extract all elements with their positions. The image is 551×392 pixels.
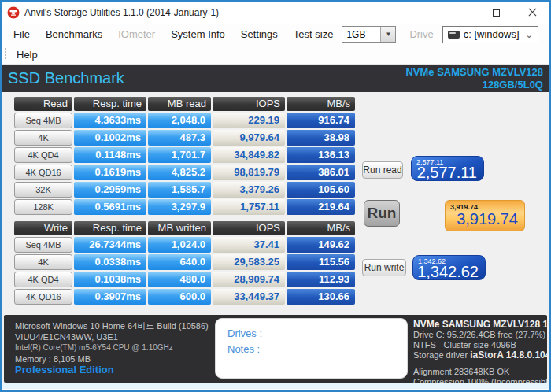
cell-iops: 34,849.82 <box>213 147 285 163</box>
cell-mbs: 386.01 <box>287 165 355 180</box>
close-button[interactable] <box>514 2 549 24</box>
app-icon <box>7 6 20 19</box>
test-size-value: 1GB <box>342 29 380 40</box>
cell-mbs: 38.98 <box>287 130 355 146</box>
window-title: Anvil's Storage Utilities 1.1.0 (2014-Ja… <box>24 7 443 18</box>
toolbar-grip <box>4 47 7 61</box>
test-size-combobox[interactable]: 1GB ▼ <box>342 26 396 43</box>
drive-value: c: [windows] <box>464 28 520 40</box>
page-title: SSD Benchmark <box>8 65 124 92</box>
table-row: 128K0.5691ms3,297.91,757.11219.64 <box>14 199 357 215</box>
drive-combobox[interactable]: c: [windows] ⌄ <box>442 26 538 43</box>
app-window: Anvil's Storage Utilities 1.1.0 (2014-Ja… <box>0 0 551 392</box>
cell-mbs: 136.13 <box>287 147 355 163</box>
cell-resp-time: 0.1002ms <box>74 130 146 146</box>
run-button[interactable]: Run <box>364 200 400 227</box>
storage-driver-version: iaStorA 14.8.0.1042 <box>470 349 547 361</box>
info-panel: Microsoft Windows 10 Home 64비트 Build (10… <box>4 315 547 383</box>
row-label-button[interactable]: Seq 4MB <box>14 113 72 128</box>
table-row: Seq 4MB4.3633ms2,048.0229.19916.74 <box>14 113 357 128</box>
table-row: 4K QD160.3907ms600.033,449.37130.66 <box>14 289 357 305</box>
menu-bar-row2: Help <box>2 45 549 65</box>
os-info: Microsoft Windows 10 Home 64비트 Build (10… <box>15 320 209 331</box>
cell-mb: 480.0 <box>148 272 211 287</box>
minimize-icon <box>457 13 465 13</box>
cell-resp-time: 0.5691ms <box>74 199 146 215</box>
cell-mbs: 916.74 <box>287 113 355 128</box>
read-score-value: 2,577.11 <box>412 164 483 181</box>
column-header: MB read <box>148 97 211 111</box>
run-read-button[interactable]: Run read <box>362 161 403 179</box>
cell-resp-time: 0.0338ms <box>74 254 146 270</box>
cell-iops: 9,979.64 <box>213 130 285 146</box>
cell-iops: 229.19 <box>213 113 285 128</box>
minimize-button[interactable] <box>443 2 479 24</box>
menu-file[interactable]: File <box>6 28 37 40</box>
cell-mb: 640.0 <box>148 254 211 270</box>
maximize-button[interactable] <box>479 2 514 24</box>
cell-mbs: 219.64 <box>287 199 355 215</box>
maximize-icon <box>493 9 500 17</box>
row-label-button[interactable]: 128K <box>14 199 72 215</box>
table-row: 4K0.1002ms487.39,979.6438.98 <box>14 130 357 146</box>
cpu-info: Intel(R) Core(TM) m5-6Y54 CPU @ 1.10GHz <box>15 342 209 353</box>
cell-mb: 3,297.9 <box>148 199 211 215</box>
row-label-button[interactable]: 4K QD16 <box>14 165 72 180</box>
table-row: 4K QD40.1038ms480.028,909.74112.93 <box>14 272 357 287</box>
cell-mb: 1,701.7 <box>148 147 211 163</box>
row-label-button[interactable]: 4K QD4 <box>14 272 72 287</box>
device-name-line2: 128GB/5L0Q <box>405 79 543 91</box>
drive-capacity: Drive C: 95.2/26.4GB free (27.7%) <box>413 330 547 340</box>
test-size-label: Test size <box>287 28 341 40</box>
drive-label: Drive <box>402 28 440 40</box>
cell-iops: 1,757.11 <box>213 199 285 215</box>
device-name-line1: NVMe SAMSUNG MZVLV128 <box>405 66 543 79</box>
cell-mbs: 130.66 <box>287 289 355 305</box>
cell-resp-time: 0.1038ms <box>74 272 146 287</box>
title-bar: Anvil's Storage Utilities 1.1.0 (2014-Ja… <box>2 2 549 24</box>
column-header: MB written <box>148 221 211 235</box>
write-score-value: 1,342.62 <box>413 263 485 280</box>
write-results-table: WriteResp. timeMB writtenIOPSMB/sSeq 4MB… <box>14 221 357 306</box>
cell-resp-time: 26.7344ms <box>74 237 146 253</box>
dropdown-arrow-icon[interactable]: ▼ <box>380 27 395 42</box>
cell-resp-time: 0.1619ms <box>74 165 146 180</box>
edition-label: Professional Edition <box>15 364 114 375</box>
menu-benchmarks[interactable]: Benchmarks <box>39 28 109 40</box>
drives-notes-box[interactable]: Drives : Notes : <box>215 318 408 379</box>
column-header: MB/s <box>287 97 355 111</box>
row-label-button[interactable]: 32K <box>14 182 72 198</box>
read-score-box: 2,577.11 2,577.11 <box>411 156 484 181</box>
menu-settings[interactable]: Settings <box>234 28 285 40</box>
drive-info-block: NVMe SAMSUNG MZVLV128 128GB/ Drive C: 95… <box>413 319 547 383</box>
total-score-box: 3,919.74 3,919.74 <box>445 200 525 231</box>
row-label-button[interactable]: 4K <box>14 130 72 146</box>
cell-mb: 1,024.0 <box>148 237 211 253</box>
cell-mbs: 112.93 <box>287 272 355 287</box>
run-write-button[interactable]: Run write <box>362 259 406 276</box>
cell-iops: 98,819.79 <box>213 165 285 180</box>
cell-iops: 28,909.74 <box>213 272 285 287</box>
close-icon <box>528 9 536 17</box>
system-info-block: Microsoft Windows 10 Home 64비트 Build (10… <box>15 320 209 364</box>
menu-help[interactable]: Help <box>9 49 45 61</box>
cell-mb: 487.3 <box>148 130 211 146</box>
table-row: 4K QD40.1148ms1,701.734,849.82136.13 <box>14 147 357 163</box>
row-label-button[interactable]: 4K QD4 <box>14 147 72 163</box>
row-label-button[interactable]: Seq 4MB <box>14 237 72 253</box>
table-row: Seq 4MB26.7344ms1,024.037.41149.62 <box>14 237 357 253</box>
total-score-value: 3,919.74 <box>446 210 524 228</box>
menu-bar: File Benchmarks IOmeter System Info Sett… <box>2 24 549 45</box>
compression-info: Compression 100% (Incompressible) <box>413 377 547 383</box>
table-row: 4K QD160.1619ms4,825.298,819.79386.01 <box>14 165 357 180</box>
menu-screenshot[interactable]: Screenshot <box>545 28 551 40</box>
machine-model: VIUU4/E1CN43WW, U3E1 <box>15 331 209 342</box>
window-bottom-strip <box>2 383 549 389</box>
device-name: NVMe SAMSUNG MZVLV128 128GB/5L0Q <box>405 66 543 92</box>
menu-system-info[interactable]: System Info <box>164 28 232 40</box>
row-label-button[interactable]: 4K QD16 <box>14 289 72 305</box>
column-header: Write <box>14 221 72 235</box>
column-header: MB/s <box>287 221 355 235</box>
row-label-button[interactable]: 4K <box>14 254 72 270</box>
drive-icon <box>448 31 460 39</box>
